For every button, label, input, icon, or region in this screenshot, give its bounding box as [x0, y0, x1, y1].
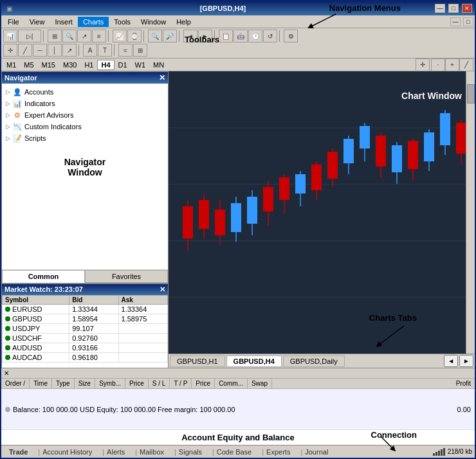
table-row[interactable]: EURUSD 1.33344 1.33364 [3, 305, 168, 314]
status-tab-journal[interactable]: Journal [295, 447, 333, 456]
table-row[interactable]: USDJPY 99.107 [3, 324, 168, 334]
chart-scrollbar-v[interactable] [466, 71, 475, 354]
nav-indicators[interactable]: ▷ 📊 Indicators [5, 98, 165, 109]
tb-auto-scroll[interactable]: ↗ [77, 30, 91, 42]
tf-dot-btn[interactable]: · [431, 59, 445, 71]
tb-misc2[interactable]: ⊞ [133, 44, 147, 57]
tb-magnify2[interactable]: 🔎 [163, 30, 177, 42]
table-row[interactable]: AUDUSD 0.93166 [3, 343, 168, 353]
nav-tab-favorites[interactable]: Favorites [85, 270, 168, 283]
svg-rect-25 [327, 152, 338, 179]
menu-view[interactable]: View [24, 17, 50, 27]
col-price[interactable]: Price [125, 379, 149, 388]
tb-magnify[interactable]: 🔍 [148, 30, 162, 42]
chart-next-btn[interactable]: ► [459, 355, 473, 367]
chart-prev-btn[interactable]: ◄ [444, 355, 458, 367]
tb-vline[interactable]: │ [48, 44, 62, 57]
tb-clock[interactable]: 🕐 [248, 30, 262, 42]
menu-charts[interactable]: Charts [78, 17, 109, 27]
tb-zoom-in[interactable]: ⊞ [48, 30, 62, 42]
col-size[interactable]: Size [75, 379, 95, 388]
nav-expert-advisors[interactable]: ▷ ⚙ Expert Advisors [5, 109, 165, 121]
tb-new-chart[interactable]: 📊 [3, 30, 17, 42]
col-type[interactable]: Type [52, 379, 75, 388]
col-time[interactable]: Time [30, 379, 52, 388]
market-watch-close[interactable]: ✕ [160, 285, 165, 294]
tb-zoom-out[interactable]: 🔍 [62, 30, 77, 42]
tf-plus-btn[interactable]: + [445, 59, 459, 71]
chart-window[interactable]: Chart Window Toolbars [169, 71, 475, 354]
menu-window[interactable]: Window [136, 17, 171, 27]
accounts-label: Accounts [24, 88, 53, 96]
tb-template[interactable]: 📋 [219, 30, 233, 42]
inner-max-btn[interactable]: □ [463, 17, 473, 26]
tb-misc1[interactable]: ⚙ [284, 30, 298, 42]
col-swap[interactable]: Swap [248, 379, 272, 388]
chart-scroll-thumb[interactable] [467, 84, 475, 104]
market-watch-content: Symbol Bid Ask EURUSD 1.33344 1.33364 [2, 295, 168, 368]
tf-m1[interactable]: M1 [3, 60, 20, 70]
col-order[interactable]: Order / [1, 379, 30, 388]
menu-file[interactable]: File [3, 17, 24, 27]
status-tab-signals[interactable]: Signals [169, 447, 207, 456]
nav-custom-indicators[interactable]: ▷ 📉 Custom Indicators [5, 121, 165, 132]
menu-help[interactable]: Help [171, 17, 196, 27]
chart-tab-h4[interactable]: GBPUSD,H4 [226, 356, 282, 367]
tb-indicators[interactable]: 📈 [113, 30, 127, 42]
nav-scripts[interactable]: ▷ 📝 Scripts [5, 132, 165, 144]
tb-line[interactable]: ╱ [18, 44, 32, 57]
menu-insert[interactable]: Insert [50, 17, 78, 27]
tf-crosshair-btn[interactable]: ✛ [416, 59, 430, 71]
tf-h1[interactable]: H1 [80, 60, 97, 70]
col-symb[interactable]: Symb... [95, 379, 125, 388]
tb-open[interactable]: ▷| [18, 30, 41, 42]
tf-w1[interactable]: W1 [131, 60, 150, 70]
col-tp[interactable]: T / P [170, 379, 192, 388]
maximize-button[interactable]: □ [448, 4, 459, 13]
status-tab-history[interactable]: Account History [33, 447, 97, 456]
minimize-button[interactable]: — [435, 4, 445, 13]
close-button[interactable]: ✕ [462, 4, 472, 13]
tb-text[interactable]: A [83, 44, 97, 57]
tb-crosshair[interactable]: ✛ [3, 44, 17, 57]
col-sl[interactable]: S / L [149, 379, 170, 388]
menu-tools[interactable]: Tools [109, 17, 136, 27]
tb-period[interactable]: ⌚ [127, 30, 142, 42]
status-tab-alerts[interactable]: Alerts [97, 447, 130, 456]
status-tab-codebase[interactable]: Code Base [207, 447, 257, 456]
nav-tab-common[interactable]: Common [2, 270, 85, 283]
tb-chart-type[interactable]: ≡ [92, 30, 106, 42]
tf-mn[interactable]: MN [149, 60, 168, 70]
col-price2[interactable]: Price [192, 379, 215, 388]
nav-accounts[interactable]: ▷ 👤 Accounts [5, 86, 165, 98]
table-row[interactable]: USDCHF 0.92760 [3, 334, 168, 343]
chart-tab-h1[interactable]: GBPUSD,H1 [170, 356, 225, 367]
navigator-close[interactable]: ✕ [159, 73, 165, 82]
tb-scroll-left[interactable]: ◄ [183, 30, 197, 42]
tb-text2[interactable]: T [98, 44, 112, 57]
status-tab-experts[interactable]: Experts [257, 447, 295, 456]
col-profit[interactable]: Profit [452, 379, 475, 388]
tb-scroll-right[interactable]: ► [198, 30, 212, 42]
status-tab-mailbox[interactable]: Mailbox [130, 447, 169, 456]
tb-trendline[interactable]: ↗ [62, 44, 77, 57]
tf-m15[interactable]: M15 [38, 60, 59, 70]
tf-diag-btn[interactable]: ╱ [459, 59, 473, 71]
app-icon: ▣ [6, 5, 12, 12]
table-row[interactable]: AUDCAD 0.96180 [3, 353, 168, 363]
tb-refresh[interactable]: ↺ [263, 30, 277, 42]
tf-d1[interactable]: D1 [114, 60, 131, 70]
tb-fib[interactable]: ≈ [118, 44, 133, 57]
tf-m5[interactable]: M5 [20, 60, 37, 70]
tf-m30[interactable]: M30 [59, 60, 80, 70]
terminal-close[interactable]: ✕ [4, 370, 9, 377]
status-tab-trade[interactable]: Trade [4, 447, 33, 456]
chart-tab-daily[interactable]: GBPUSD,Daily [283, 356, 345, 367]
tb-hline[interactable]: ─ [33, 44, 47, 57]
tf-h4[interactable]: H4 [97, 60, 114, 70]
inner-min-btn[interactable]: — [450, 17, 461, 26]
tb-expert[interactable]: 🤖 [233, 30, 248, 42]
connection-text: 218/0 kb [448, 448, 472, 455]
col-comm[interactable]: Comm... [215, 379, 248, 388]
table-row[interactable]: GBPUSD 1.58954 1.58975 [3, 314, 168, 324]
